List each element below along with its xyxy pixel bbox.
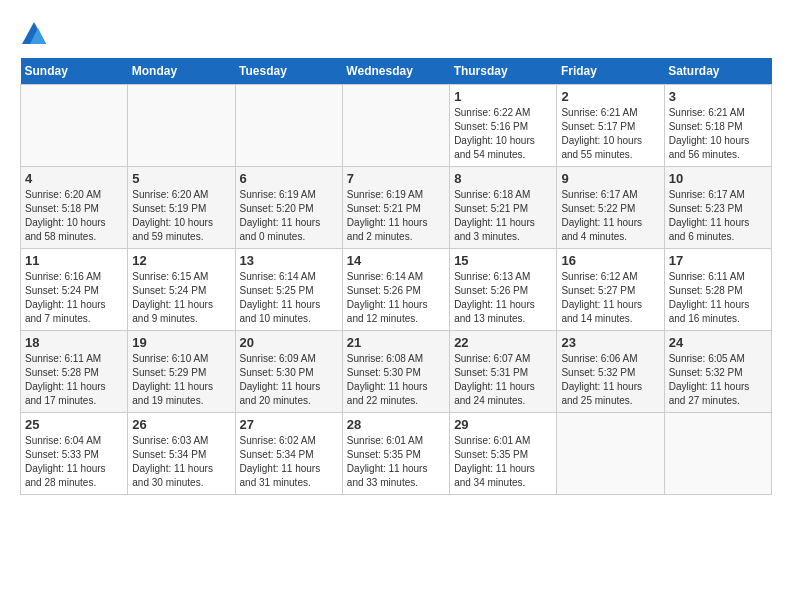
day-info: Sunrise: 6:06 AMSunset: 5:32 PMDaylight:… — [561, 352, 659, 408]
calendar-cell: 6Sunrise: 6:19 AMSunset: 5:20 PMDaylight… — [235, 167, 342, 249]
calendar-cell: 29Sunrise: 6:01 AMSunset: 5:35 PMDayligh… — [450, 413, 557, 495]
day-number: 7 — [347, 171, 445, 186]
calendar-cell — [664, 413, 771, 495]
calendar-cell: 20Sunrise: 6:09 AMSunset: 5:30 PMDayligh… — [235, 331, 342, 413]
day-number: 23 — [561, 335, 659, 350]
week-row-4: 18Sunrise: 6:11 AMSunset: 5:28 PMDayligh… — [21, 331, 772, 413]
day-number: 8 — [454, 171, 552, 186]
day-info: Sunrise: 6:20 AMSunset: 5:18 PMDaylight:… — [25, 188, 123, 244]
calendar-cell: 26Sunrise: 6:03 AMSunset: 5:34 PMDayligh… — [128, 413, 235, 495]
calendar-cell: 11Sunrise: 6:16 AMSunset: 5:24 PMDayligh… — [21, 249, 128, 331]
day-number: 28 — [347, 417, 445, 432]
day-number: 17 — [669, 253, 767, 268]
day-info: Sunrise: 6:21 AMSunset: 5:18 PMDaylight:… — [669, 106, 767, 162]
calendar-cell — [128, 85, 235, 167]
day-info: Sunrise: 6:01 AMSunset: 5:35 PMDaylight:… — [347, 434, 445, 490]
day-number: 20 — [240, 335, 338, 350]
day-number: 4 — [25, 171, 123, 186]
day-number: 22 — [454, 335, 552, 350]
calendar-cell: 1Sunrise: 6:22 AMSunset: 5:16 PMDaylight… — [450, 85, 557, 167]
calendar-cell: 19Sunrise: 6:10 AMSunset: 5:29 PMDayligh… — [128, 331, 235, 413]
calendar-cell: 13Sunrise: 6:14 AMSunset: 5:25 PMDayligh… — [235, 249, 342, 331]
calendar-cell: 24Sunrise: 6:05 AMSunset: 5:32 PMDayligh… — [664, 331, 771, 413]
calendar-table: SundayMondayTuesdayWednesdayThursdayFrid… — [20, 58, 772, 495]
weekday-header-friday: Friday — [557, 58, 664, 85]
day-info: Sunrise: 6:02 AMSunset: 5:34 PMDaylight:… — [240, 434, 338, 490]
day-info: Sunrise: 6:05 AMSunset: 5:32 PMDaylight:… — [669, 352, 767, 408]
calendar-cell: 9Sunrise: 6:17 AMSunset: 5:22 PMDaylight… — [557, 167, 664, 249]
day-number: 15 — [454, 253, 552, 268]
day-number: 24 — [669, 335, 767, 350]
week-row-1: 1Sunrise: 6:22 AMSunset: 5:16 PMDaylight… — [21, 85, 772, 167]
day-number: 5 — [132, 171, 230, 186]
day-number: 25 — [25, 417, 123, 432]
calendar-cell — [557, 413, 664, 495]
calendar-cell: 15Sunrise: 6:13 AMSunset: 5:26 PMDayligh… — [450, 249, 557, 331]
calendar-cell — [235, 85, 342, 167]
calendar-cell: 27Sunrise: 6:02 AMSunset: 5:34 PMDayligh… — [235, 413, 342, 495]
day-info: Sunrise: 6:11 AMSunset: 5:28 PMDaylight:… — [669, 270, 767, 326]
day-info: Sunrise: 6:14 AMSunset: 5:26 PMDaylight:… — [347, 270, 445, 326]
calendar-cell: 14Sunrise: 6:14 AMSunset: 5:26 PMDayligh… — [342, 249, 449, 331]
calendar-cell: 21Sunrise: 6:08 AMSunset: 5:30 PMDayligh… — [342, 331, 449, 413]
calendar-cell: 8Sunrise: 6:18 AMSunset: 5:21 PMDaylight… — [450, 167, 557, 249]
calendar-cell: 17Sunrise: 6:11 AMSunset: 5:28 PMDayligh… — [664, 249, 771, 331]
logo-icon — [20, 20, 48, 48]
calendar-cell: 5Sunrise: 6:20 AMSunset: 5:19 PMDaylight… — [128, 167, 235, 249]
calendar-cell — [21, 85, 128, 167]
calendar-cell — [342, 85, 449, 167]
day-info: Sunrise: 6:04 AMSunset: 5:33 PMDaylight:… — [25, 434, 123, 490]
day-info: Sunrise: 6:08 AMSunset: 5:30 PMDaylight:… — [347, 352, 445, 408]
day-info: Sunrise: 6:14 AMSunset: 5:25 PMDaylight:… — [240, 270, 338, 326]
weekday-header-monday: Monday — [128, 58, 235, 85]
day-number: 10 — [669, 171, 767, 186]
day-number: 21 — [347, 335, 445, 350]
day-info: Sunrise: 6:09 AMSunset: 5:30 PMDaylight:… — [240, 352, 338, 408]
day-info: Sunrise: 6:01 AMSunset: 5:35 PMDaylight:… — [454, 434, 552, 490]
day-number: 2 — [561, 89, 659, 104]
day-info: Sunrise: 6:03 AMSunset: 5:34 PMDaylight:… — [132, 434, 230, 490]
week-row-5: 25Sunrise: 6:04 AMSunset: 5:33 PMDayligh… — [21, 413, 772, 495]
day-info: Sunrise: 6:19 AMSunset: 5:20 PMDaylight:… — [240, 188, 338, 244]
weekday-header-sunday: Sunday — [21, 58, 128, 85]
weekday-header-tuesday: Tuesday — [235, 58, 342, 85]
calendar-cell: 18Sunrise: 6:11 AMSunset: 5:28 PMDayligh… — [21, 331, 128, 413]
day-info: Sunrise: 6:15 AMSunset: 5:24 PMDaylight:… — [132, 270, 230, 326]
weekday-header-row: SundayMondayTuesdayWednesdayThursdayFrid… — [21, 58, 772, 85]
weekday-header-saturday: Saturday — [664, 58, 771, 85]
day-number: 16 — [561, 253, 659, 268]
day-info: Sunrise: 6:17 AMSunset: 5:23 PMDaylight:… — [669, 188, 767, 244]
day-info: Sunrise: 6:21 AMSunset: 5:17 PMDaylight:… — [561, 106, 659, 162]
day-number: 18 — [25, 335, 123, 350]
calendar-cell: 3Sunrise: 6:21 AMSunset: 5:18 PMDaylight… — [664, 85, 771, 167]
calendar-cell: 4Sunrise: 6:20 AMSunset: 5:18 PMDaylight… — [21, 167, 128, 249]
day-info: Sunrise: 6:13 AMSunset: 5:26 PMDaylight:… — [454, 270, 552, 326]
day-number: 13 — [240, 253, 338, 268]
day-number: 3 — [669, 89, 767, 104]
day-info: Sunrise: 6:16 AMSunset: 5:24 PMDaylight:… — [25, 270, 123, 326]
day-number: 12 — [132, 253, 230, 268]
day-number: 29 — [454, 417, 552, 432]
logo — [20, 20, 52, 48]
day-info: Sunrise: 6:12 AMSunset: 5:27 PMDaylight:… — [561, 270, 659, 326]
day-number: 9 — [561, 171, 659, 186]
weekday-header-wednesday: Wednesday — [342, 58, 449, 85]
page-header — [20, 20, 772, 48]
calendar-cell: 23Sunrise: 6:06 AMSunset: 5:32 PMDayligh… — [557, 331, 664, 413]
day-info: Sunrise: 6:20 AMSunset: 5:19 PMDaylight:… — [132, 188, 230, 244]
day-number: 19 — [132, 335, 230, 350]
day-info: Sunrise: 6:07 AMSunset: 5:31 PMDaylight:… — [454, 352, 552, 408]
calendar-cell: 28Sunrise: 6:01 AMSunset: 5:35 PMDayligh… — [342, 413, 449, 495]
weekday-header-thursday: Thursday — [450, 58, 557, 85]
day-number: 26 — [132, 417, 230, 432]
calendar-cell: 22Sunrise: 6:07 AMSunset: 5:31 PMDayligh… — [450, 331, 557, 413]
day-number: 11 — [25, 253, 123, 268]
day-info: Sunrise: 6:19 AMSunset: 5:21 PMDaylight:… — [347, 188, 445, 244]
day-number: 14 — [347, 253, 445, 268]
day-info: Sunrise: 6:10 AMSunset: 5:29 PMDaylight:… — [132, 352, 230, 408]
calendar-cell: 16Sunrise: 6:12 AMSunset: 5:27 PMDayligh… — [557, 249, 664, 331]
day-info: Sunrise: 6:22 AMSunset: 5:16 PMDaylight:… — [454, 106, 552, 162]
day-info: Sunrise: 6:18 AMSunset: 5:21 PMDaylight:… — [454, 188, 552, 244]
day-info: Sunrise: 6:11 AMSunset: 5:28 PMDaylight:… — [25, 352, 123, 408]
calendar-cell: 12Sunrise: 6:15 AMSunset: 5:24 PMDayligh… — [128, 249, 235, 331]
